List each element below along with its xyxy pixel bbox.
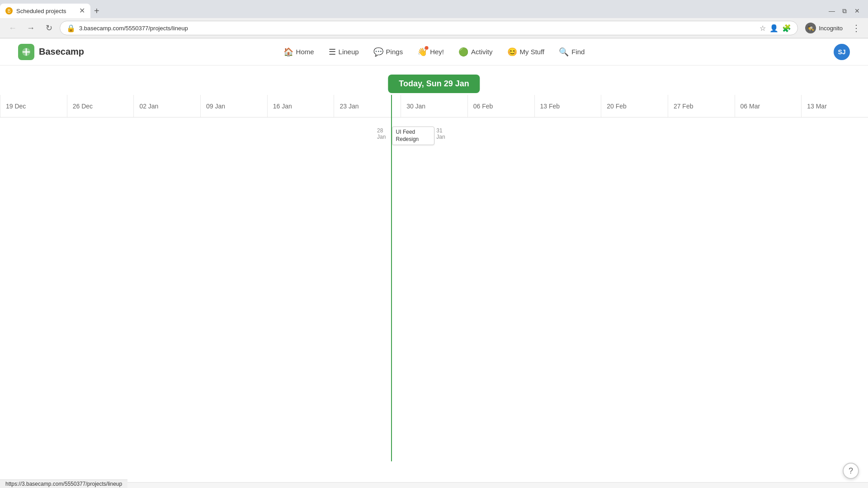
window-close-button[interactable]: ✕ [852,5,863,16]
lineup-icon: ☰ [329,47,336,57]
project-end-date: 31 Jan [436,127,449,140]
logo-mark [18,44,34,60]
profile-icon[interactable]: 👤 [769,24,778,33]
logo-text: Basecamp [39,47,84,57]
home-icon: 🏠 [283,47,293,57]
nav-mystuff-label: My Stuff [520,48,545,56]
nav-home-label: Home [296,48,314,56]
horizontal-scrollbar[interactable] [0,482,868,488]
browser-chrome: B Scheduled projects ✕ + — ⧉ ✕ ← → ↻ 🔒 3… [0,0,868,38]
window-minimize-button[interactable]: — [826,5,837,16]
window-restore-button[interactable]: ⧉ [839,5,850,16]
date-col-26-Dec: 26 Dec [67,95,134,117]
forward-button[interactable]: → [24,21,38,35]
date-col-23-Jan: 23 Jan [334,95,401,117]
hey-notification-dot [425,46,428,50]
tab-bar: B Scheduled projects ✕ + — ⧉ ✕ [0,0,868,18]
help-icon: ? [849,466,853,476]
mystuff-icon: 😊 [507,47,517,57]
nav-find-label: Find [571,48,585,56]
nav-activity[interactable]: 🟢 Activity [451,43,500,61]
active-tab[interactable]: B Scheduled projects ✕ [0,4,90,18]
timeline-container[interactable]: Today, Sun 29 Jan 19 Dec26 Dec02 Jan09 J… [0,66,868,488]
nav-pings-label: Pings [386,48,403,56]
new-tab-button[interactable]: + [90,6,103,16]
date-ruler: 19 Dec26 Dec02 Jan09 Jan16 Jan23 Jan30 J… [0,95,868,117]
nav-hey[interactable]: 👋 Hey! [410,43,451,61]
date-col-30-Jan: 30 Jan [401,95,467,117]
window-controls: — ⧉ ✕ [826,5,868,16]
date-col-20-Feb: 20 Feb [601,95,668,117]
incognito-button[interactable]: 🕵 Incognito [802,21,846,35]
date-col-13-Mar: 13 Mar [801,95,868,117]
date-col-09-Jan: 09 Jan [200,95,267,117]
nav-pings[interactable]: 💬 Pings [366,43,410,61]
address-bar-icons: ☆ 👤 🧩 [760,24,791,33]
date-col-06-Feb: 06 Feb [467,95,534,117]
bookmark-icon[interactable]: ☆ [760,24,766,33]
back-button[interactable]: ← [5,21,20,35]
top-nav: Basecamp 🏠 Home ☰ Lineup 💬 Pings 👋 Hey! [0,38,868,66]
nav-activity-label: Activity [471,48,493,56]
nav-find[interactable]: 🔍 Find [552,43,592,61]
date-col-06-Mar: 06 Mar [735,95,802,117]
today-button[interactable]: Today, Sun 29 Jan [388,75,480,93]
browser-menu-button[interactable]: ⋮ [850,21,863,35]
date-col-19-Dec: 19 Dec [0,95,67,117]
reload-button[interactable]: ↻ [42,21,56,35]
project-bar[interactable]: 28 Jan UI Feed Redesign 31 Jan [377,127,449,145]
tab-favicon: B [5,7,13,14]
find-icon: 🔍 [559,47,569,57]
nav-lineup[interactable]: ☰ Lineup [321,43,366,61]
address-bar[interactable]: 🔒 3.basecamp.com/5550377/projects/lineup… [60,21,798,35]
date-col-16-Jan: 16 Jan [267,95,334,117]
browser-actions: 🕵 Incognito ⋮ [802,21,863,35]
nav-mystuff[interactable]: 😊 My Stuff [500,43,552,61]
incognito-label: Incognito [819,25,843,32]
nav-links: 🏠 Home ☰ Lineup 💬 Pings 👋 Hey! 🟢 Activit… [276,43,592,61]
project-card[interactable]: UI Feed Redesign [392,127,435,145]
extensions-icon[interactable]: 🧩 [782,24,791,33]
project-start-date: 28 Jan [377,127,390,140]
logo[interactable]: Basecamp [18,44,84,60]
address-bar-row: ← → ↻ 🔒 3.basecamp.com/5550377/projects/… [0,18,868,38]
tab-title: Scheduled projects [16,8,75,14]
url-text: 3.basecamp.com/5550377/projects/lineup [79,25,756,32]
nav-home[interactable]: 🏠 Home [276,43,321,61]
status-bar: https://3.basecamp.com/5550377/projects/… [0,479,127,488]
nav-hey-label: Hey! [430,48,444,56]
hey-icon: 👋 [417,47,427,57]
tab-close-button[interactable]: ✕ [79,7,85,14]
date-col-13-Feb: 13 Feb [534,95,601,117]
today-line [391,95,392,461]
incognito-icon: 🕵 [805,23,816,33]
date-col-27-Feb: 27 Feb [668,95,735,117]
help-button[interactable]: ? [843,463,859,479]
activity-icon: 🟢 [458,47,468,57]
pings-icon: 💬 [373,47,383,57]
date-col-02-Jan: 02 Jan [133,95,200,117]
user-avatar[interactable]: SJ [834,44,850,60]
app: Basecamp 🏠 Home ☰ Lineup 💬 Pings 👋 Hey! [0,38,868,488]
project-name: UI Feed Redesign [396,129,431,143]
nav-lineup-label: Lineup [339,48,359,56]
lock-icon: 🔒 [66,24,75,33]
